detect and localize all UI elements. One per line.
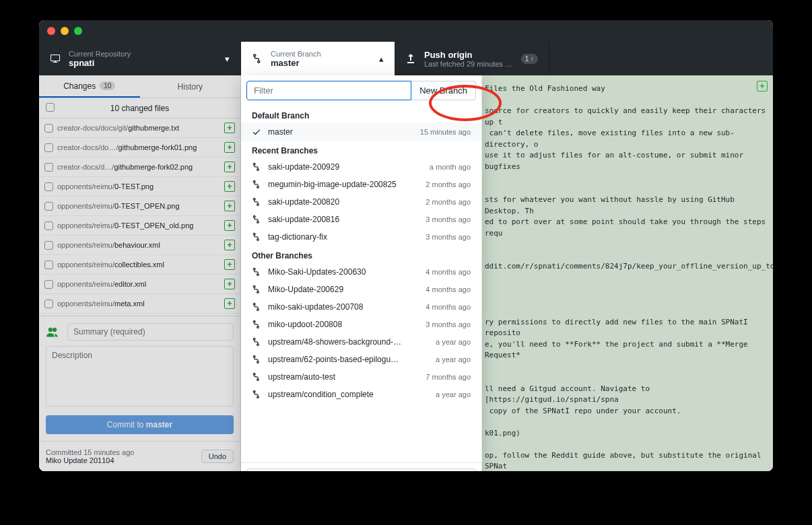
- maximize-window[interactable]: [74, 27, 82, 35]
- file-path: creator-docs/docs/git/githubmerge.txt: [57, 124, 220, 132]
- branch-icon: [252, 232, 261, 242]
- file-checkbox[interactable]: [44, 182, 53, 191]
- file-path: opponents/reimu/0-TEST.png: [57, 182, 220, 190]
- branch-item-default[interactable]: master 15 minutes ago: [241, 123, 481, 141]
- tab-history[interactable]: History: [140, 75, 241, 98]
- new-branch-button[interactable]: New Branch: [411, 81, 476, 100]
- minimize-window[interactable]: [61, 27, 69, 35]
- add-status-icon: +: [224, 220, 235, 231]
- branch-time: 2 months ago: [426, 198, 471, 206]
- file-row[interactable]: opponents/reimu/0-TEST_OPEN.png+: [39, 197, 240, 216]
- file-path: opponents/reimu/collectibles.xml: [57, 260, 220, 269]
- branch-list[interactable]: Default Branch master 15 minutes ago Rec…: [241, 106, 481, 462]
- branch-name: upstream/condition_complete: [268, 390, 429, 399]
- branch-icon: [252, 337, 261, 347]
- file-path: opponents/reimu/behaviour.xml: [57, 241, 220, 249]
- branch-icon: [252, 162, 261, 172]
- merge-into-button[interactable]: Choose a branch to merge into master: [246, 468, 476, 471]
- branch-name: saki-update-200816: [268, 215, 419, 224]
- sidebar-tabs: Changes 10 History: [39, 75, 240, 98]
- branch-time: a year ago: [436, 390, 471, 398]
- add-status-icon: +: [224, 259, 235, 270]
- file-row[interactable]: opponents/reimu/behaviour.xml+: [39, 236, 240, 255]
- file-row[interactable]: opponents/reimu/collectibles.xml+: [39, 255, 240, 275]
- commit-box: Commit to master: [39, 316, 240, 441]
- coauthor-avatars[interactable]: [46, 325, 63, 339]
- branch-filter-input[interactable]: [246, 81, 411, 100]
- sidebar: Changes 10 History 10 changed files crea…: [39, 75, 241, 471]
- file-checkbox[interactable]: [44, 143, 53, 152]
- file-row[interactable]: opponents/reimu/editor.xml+: [39, 275, 240, 294]
- file-checkbox[interactable]: [44, 280, 53, 289]
- branch-time: 3 months ago: [426, 215, 471, 223]
- close-window[interactable]: [47, 27, 55, 35]
- branch-time: a year ago: [436, 338, 471, 346]
- branch-item[interactable]: miko-saki-updates-2007084 months ago: [241, 298, 481, 316]
- file-checkbox[interactable]: [44, 221, 53, 230]
- commit-summary-input[interactable]: [67, 323, 234, 341]
- people-icon: [46, 325, 59, 339]
- branch-icon: [252, 215, 261, 224]
- branch-time: 2 months ago: [426, 180, 471, 188]
- branch-item[interactable]: tag-dictionary-fix3 months ago: [241, 228, 481, 246]
- branch-dropdown: New Branch Default Branch master 15 minu…: [241, 75, 482, 471]
- branch-name: saki-update-200820: [268, 197, 419, 207]
- app-window: Current Repository spnati ▾ Current Bran…: [39, 20, 773, 471]
- default-branch-header: Default Branch: [241, 106, 481, 123]
- file-row[interactable]: opponents/reimu/meta.xml+: [39, 294, 240, 314]
- file-row[interactable]: creator-docs/d…/githubmerge-fork02.png+: [39, 158, 240, 177]
- recent-branches-header: Recent Branches: [241, 141, 481, 158]
- add-status-icon: +: [224, 123, 235, 133]
- branch-name: Miko-Saki-Updates-200630: [268, 267, 419, 277]
- file-checkbox[interactable]: [44, 124, 53, 133]
- changes-summary: 10 changed files: [110, 104, 169, 113]
- commit-description-input[interactable]: [46, 346, 234, 407]
- file-checkbox[interactable]: [44, 300, 53, 308]
- branch-icon: [252, 267, 261, 277]
- tab-changes-label: Changes: [63, 81, 96, 91]
- branch-time: a year ago: [436, 355, 471, 363]
- select-all-checkbox[interactable]: [46, 103, 55, 114]
- file-checkbox[interactable]: [44, 260, 53, 269]
- branch-time: 3 months ago: [426, 320, 471, 328]
- branch-item[interactable]: megumin-big-image-update-2008252 months …: [241, 176, 481, 193]
- chevron-down-icon: ▾: [225, 54, 230, 64]
- branch-icon: [252, 285, 261, 294]
- file-row[interactable]: creator-docs/do…/githubmerge-fork01.png+: [39, 138, 240, 158]
- branch-item[interactable]: saki-update-200929a month ago: [241, 158, 481, 176]
- branch-item[interactable]: upstream/48-showers-background-…a year a…: [241, 333, 481, 351]
- file-checkbox[interactable]: [44, 241, 53, 250]
- branch-icon: [252, 302, 261, 312]
- branch-item[interactable]: upstream/condition_completea year ago: [241, 386, 481, 403]
- undo-button[interactable]: Undo: [201, 450, 234, 463]
- branch-item[interactable]: Miko-Update-2006294 months ago: [241, 281, 481, 298]
- push-origin-button[interactable]: Push origin Last fetched 29 minutes … 1 …: [395, 42, 549, 75]
- tab-changes[interactable]: Changes 10: [39, 75, 140, 98]
- branch-item[interactable]: Miko-Saki-Updates-2006304 months ago: [241, 263, 481, 281]
- file-row[interactable]: opponents/reimu/0-TEST_OPEN_old.png+: [39, 216, 240, 236]
- file-checkbox[interactable]: [44, 163, 53, 172]
- current-branch-selector[interactable]: Current Branch master ▴: [241, 42, 395, 75]
- push-count-badge: 1 ↑: [521, 54, 538, 64]
- current-repository-selector[interactable]: Current Repository spnati ▾: [39, 42, 241, 75]
- committed-title: Miko Update 201104: [46, 456, 134, 464]
- branch-icon: [252, 355, 261, 364]
- branch-item[interactable]: upstream/auto-test7 months ago: [241, 368, 481, 386]
- file-row[interactable]: creator-docs/docs/git/githubmerge.txt+: [39, 118, 240, 138]
- branch-time: 4 months ago: [426, 303, 471, 311]
- branch-name: tag-dictionary-fix: [268, 232, 419, 242]
- file-row[interactable]: opponents/reimu/0-TEST.png+: [39, 177, 240, 197]
- branch-name: miko-updoot-200808: [268, 320, 419, 329]
- changes-summary-row: 10 changed files: [39, 98, 240, 118]
- commit-button[interactable]: Commit to master: [46, 415, 234, 434]
- branch-item[interactable]: upstream/62-points-based-epilogu…a year …: [241, 351, 481, 368]
- file-path: opponents/reimu/0-TEST_OPEN.png: [57, 202, 220, 210]
- other-branches-header: Other Branches: [241, 246, 481, 263]
- add-status-icon: +: [224, 162, 235, 172]
- branch-item[interactable]: miko-updoot-2008083 months ago: [241, 316, 481, 333]
- branch-value: master: [271, 58, 321, 68]
- file-checkbox[interactable]: [44, 202, 53, 211]
- branch-item[interactable]: saki-update-2008202 months ago: [241, 193, 481, 211]
- branch-time: a month ago: [430, 163, 471, 171]
- branch-item[interactable]: saki-update-2008163 months ago: [241, 211, 481, 228]
